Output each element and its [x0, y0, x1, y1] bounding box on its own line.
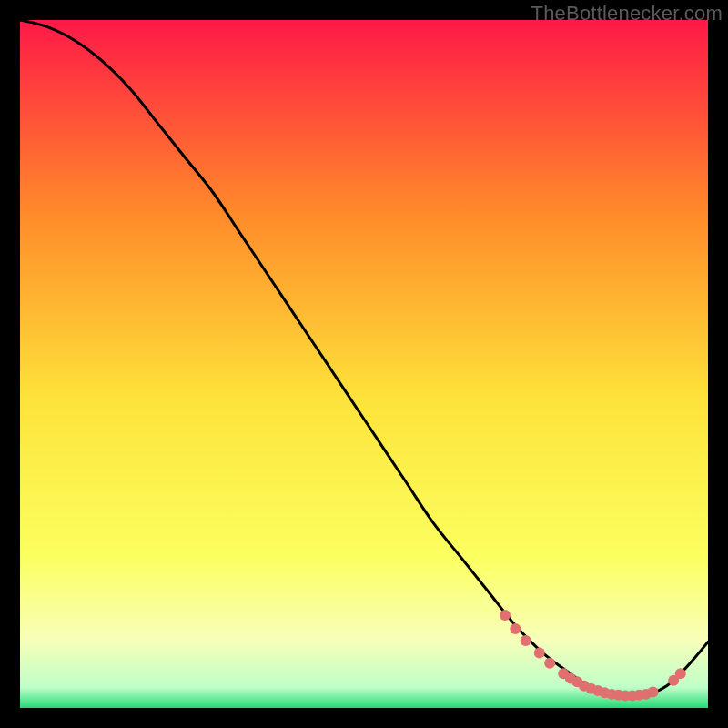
chart-stage: TheBottlenecker.com — [0, 0, 728, 728]
highlight-dot — [521, 635, 531, 646]
plot-area — [20, 20, 708, 708]
highlight-dot — [510, 623, 521, 634]
chart-svg — [20, 20, 708, 708]
highlight-dot — [675, 668, 686, 679]
highlight-dot — [534, 648, 545, 659]
gradient-background — [20, 20, 708, 708]
highlight-dot — [544, 658, 555, 669]
highlight-dot — [648, 687, 659, 698]
highlight-dot — [500, 610, 511, 621]
